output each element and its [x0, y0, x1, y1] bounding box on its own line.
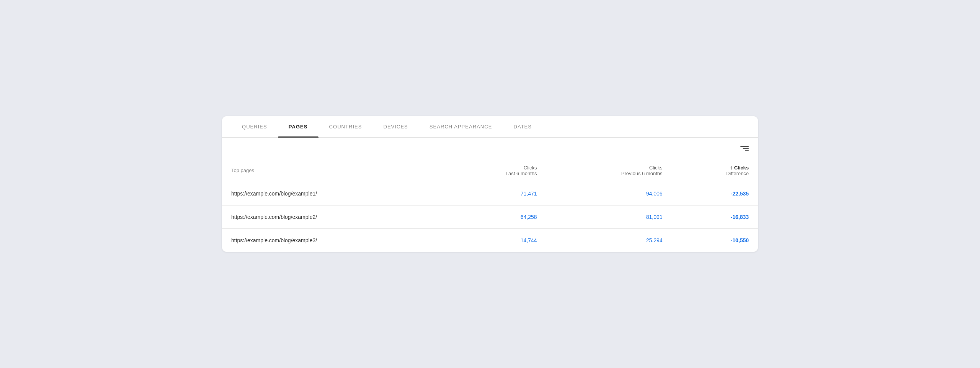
cell-clicks-prev: 81,091	[546, 205, 672, 229]
tab-queries[interactable]: QUERIES	[231, 116, 278, 137]
table-row: https://example.com/blog/example2/64,258…	[222, 205, 758, 229]
cell-page[interactable]: https://example.com/blog/example1/	[222, 182, 441, 205]
cell-page[interactable]: https://example.com/blog/example3/	[222, 229, 441, 252]
col-header-diff[interactable]: ↑Clicks Difference	[672, 159, 758, 182]
main-card: QUERIES PAGES COUNTRIES DEVICES SEARCH A…	[222, 116, 758, 252]
cell-clicks-last: 14,744	[441, 229, 546, 252]
tab-bar: QUERIES PAGES COUNTRIES DEVICES SEARCH A…	[222, 116, 758, 138]
filter-row	[222, 138, 758, 159]
table-row: https://example.com/blog/example3/14,744…	[222, 229, 758, 252]
cell-clicks-last: 71,471	[441, 182, 546, 205]
col-header-clicks-last: Clicks Last 6 months	[441, 159, 546, 182]
sort-arrow-icon: ↑	[730, 164, 733, 171]
col-header-page: Top pages	[222, 159, 441, 182]
tab-dates[interactable]: DATES	[503, 116, 542, 137]
data-table: Top pages Clicks Last 6 months Clicks Pr…	[222, 159, 758, 252]
cell-clicks-prev: 94,006	[546, 182, 672, 205]
tab-search-appearance[interactable]: SEARCH APPEARANCE	[419, 116, 503, 137]
tab-countries[interactable]: COUNTRIES	[318, 116, 373, 137]
cell-diff: -22,535	[672, 182, 758, 205]
tab-pages[interactable]: PAGES	[278, 116, 318, 137]
cell-clicks-last: 64,258	[441, 205, 546, 229]
cell-page[interactable]: https://example.com/blog/example2/	[222, 205, 441, 229]
tab-devices[interactable]: DEVICES	[372, 116, 418, 137]
cell-clicks-prev: 25,294	[546, 229, 672, 252]
col-header-clicks-prev: Clicks Previous 6 months	[546, 159, 672, 182]
table-row: https://example.com/blog/example1/71,471…	[222, 182, 758, 205]
cell-diff: -16,833	[672, 205, 758, 229]
cell-diff: -10,550	[672, 229, 758, 252]
filter-icon[interactable]	[740, 146, 749, 151]
